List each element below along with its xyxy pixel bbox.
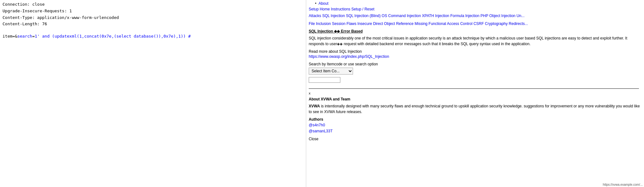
about-xvwa-text: XVWA is intentionally designed with many… (309, 103, 641, 115)
inject-prefix: item=&search= (3, 34, 35, 39)
line-content-length: Content-Length: 76 (3, 21, 303, 27)
bullet-icon: • (315, 1, 316, 6)
close-button[interactable]: Close (309, 137, 319, 141)
xvwa-bold: XVWA (309, 104, 320, 108)
nav-redirects[interactable]: Redirects... (509, 21, 528, 26)
nav-xpath-injection[interactable]: XPATH Injection (422, 14, 449, 18)
divider (309, 88, 639, 89)
read-more-link[interactable]: https://www.owasp.org/index.php/SQL_Inje… (309, 54, 389, 59)
nav-sql-injection-blind[interactable]: SQL Injection (Blind) (346, 14, 381, 18)
nav-insecure-direct[interactable]: Insecure Direct Object Reference (357, 21, 413, 26)
sql-injection-header: SQL Injection ◈◈ Error Based (309, 29, 641, 33)
status-bar: https://xvwa.example.com/... (603, 183, 643, 186)
nav-session-flaws[interactable]: Session Flaws (332, 21, 356, 26)
nav-un[interactable]: Un... (517, 14, 524, 18)
nav-instructions[interactable]: Instructions (331, 7, 350, 11)
author1-link[interactable]: @s4n7h0 (309, 122, 641, 128)
description-text: SQL injection considerably one of the mo… (309, 35, 641, 47)
about-xvwa-header: About XVWA and Team (309, 97, 641, 101)
line-content-type: Content-Type: application/x-www-form-url… (3, 15, 303, 21)
about-link-row: • About (309, 1, 641, 6)
nav-os-command-injection[interactable]: OS Command Injection (382, 14, 421, 18)
close-x-icon[interactable]: x (309, 91, 641, 95)
nav-row1: Setup Home Instructions Setup / Reset (309, 6, 641, 12)
nav-missing-functional[interactable]: Missing Functional Access Control (415, 21, 473, 26)
nav-sql-injection[interactable]: SQL Injection (322, 14, 345, 18)
inject-line: item=&search=1' and (updatexml(1,concat(… (3, 34, 303, 39)
nav-home[interactable]: Home (320, 7, 330, 11)
line-connection: Connection: close (3, 1, 303, 8)
about-link[interactable]: About (319, 1, 328, 6)
inject-code: 1' and (updatexml(1,concat(0x7e,(select … (35, 34, 191, 39)
authors-header: Authors (309, 117, 641, 122)
nav-php-object-injection[interactable]: PHP Object Injection (480, 14, 516, 18)
nav-file-inclusion[interactable]: File Inclusion (309, 21, 331, 26)
nav-cryptography[interactable]: Cryptography (485, 21, 508, 26)
nav-csrf[interactable]: CSRF (474, 21, 484, 26)
nav-attacks[interactable]: Attacks (309, 14, 321, 18)
nav-setup[interactable]: Setup (309, 7, 319, 11)
nav-row3: File Inclusion Session Flaws Insecure Di… (309, 21, 641, 27)
select-row: Select Item Co... (309, 68, 641, 75)
right-panel: • About Setup Home Instructions Setup / … (306, 0, 644, 187)
read-more-label: Read more about SQL Injection (309, 49, 641, 54)
author2-link[interactable]: @samanL33T (309, 128, 641, 134)
search-by-label: Search by Itemcode or use search option (309, 62, 641, 66)
nav-formula-injection[interactable]: Formula Injection (450, 14, 480, 18)
line-upgrade: Upgrade-Insecure-Requests: 1 (3, 8, 303, 15)
nav-row2: Attacks SQL Injection SQL Injection (Bli… (309, 13, 641, 19)
nav-setup-reset[interactable]: Setup / Reset (351, 7, 375, 11)
item-select[interactable]: Select Item Co... (309, 68, 353, 75)
left-panel: Connection: close Upgrade-Insecure-Reque… (0, 0, 306, 187)
search-input[interactable] (309, 77, 340, 83)
